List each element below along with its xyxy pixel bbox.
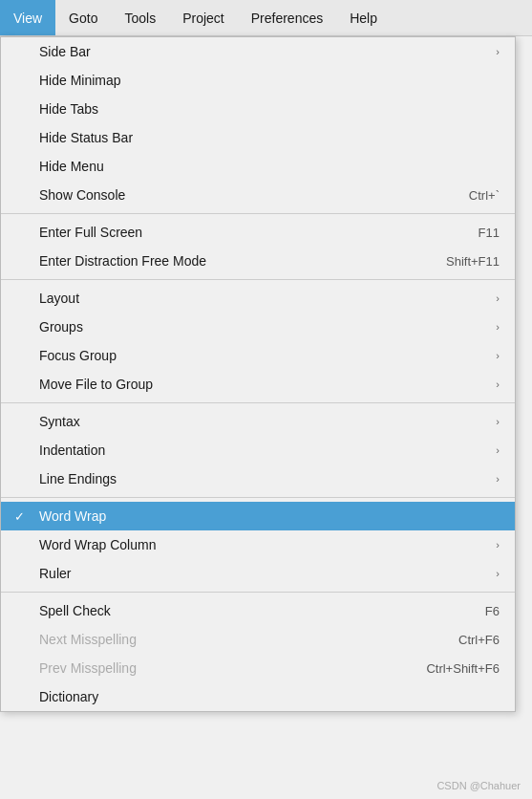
menubar-project-label: Project <box>182 11 224 26</box>
syntax-label: Syntax <box>39 414 488 429</box>
syntax-arrow: › <box>496 416 500 427</box>
ruler-arrow: › <box>496 568 500 579</box>
prev-misspelling-label: Prev Misspelling <box>39 660 388 676</box>
side-bar-arrow: › <box>496 46 500 57</box>
hide-status-bar-label: Hide Status Bar <box>39 130 500 145</box>
menu-item-enter-full-screen[interactable]: Enter Full Screen F11 <box>1 218 515 247</box>
menu-item-hide-minimap[interactable]: Hide Minimap <box>1 66 515 95</box>
separator-4 <box>1 497 515 498</box>
menu-item-hide-menu[interactable]: Hide Menu <box>1 152 515 181</box>
menubar-tools[interactable]: Tools <box>111 0 169 35</box>
line-endings-label: Line Endings <box>39 471 488 486</box>
hide-minimap-label: Hide Minimap <box>39 73 500 88</box>
line-endings-arrow: › <box>496 473 500 485</box>
groups-label: Groups <box>39 319 488 335</box>
menubar-help[interactable]: Help <box>336 0 391 35</box>
menu-item-word-wrap[interactable]: ✓ Word Wrap <box>1 502 515 530</box>
view-menu-dropdown: Side Bar › Hide Minimap Hide Tabs Hide S… <box>0 36 516 712</box>
separator-5 <box>1 592 515 593</box>
separator-3 <box>1 402 515 403</box>
menubar-help-label: Help <box>350 11 377 26</box>
layout-arrow: › <box>496 292 500 304</box>
spell-check-shortcut: F6 <box>485 604 500 618</box>
hide-menu-label: Hide Menu <box>39 159 500 174</box>
dictionary-label: Dictionary <box>39 689 500 704</box>
show-console-shortcut: Ctrl+` <box>469 188 500 203</box>
next-misspelling-shortcut: Ctrl+F6 <box>458 633 500 647</box>
focus-group-arrow: › <box>496 350 500 361</box>
menu-item-spell-check[interactable]: Spell Check F6 <box>1 596 515 625</box>
menu-item-layout[interactable]: Layout › <box>1 284 515 313</box>
word-wrap-column-arrow: › <box>496 539 500 551</box>
menubar-preferences[interactable]: Preferences <box>238 0 336 35</box>
menubar-preferences-label: Preferences <box>251 11 323 26</box>
menubar-project[interactable]: Project <box>169 0 238 35</box>
enter-full-screen-shortcut: F11 <box>479 226 500 240</box>
word-wrap-column-label: Word Wrap Column <box>39 537 488 552</box>
indentation-arrow: › <box>496 444 500 456</box>
menu-item-move-file-to-group[interactable]: Move File to Group › <box>1 370 515 399</box>
watermark: CSDN @Chahuer <box>436 780 521 791</box>
move-file-to-group-arrow: › <box>496 378 500 390</box>
enter-distraction-free-label: Enter Distraction Free Mode <box>39 253 408 269</box>
menu-item-word-wrap-column[interactable]: Word Wrap Column › <box>1 530 515 559</box>
menu-item-side-bar[interactable]: Side Bar › <box>1 37 515 66</box>
menu-item-syntax[interactable]: Syntax › <box>1 407 515 436</box>
side-bar-label: Side Bar <box>39 44 488 59</box>
layout-label: Layout <box>39 291 488 306</box>
ruler-label: Ruler <box>39 566 488 581</box>
menubar-goto-label: Goto <box>69 11 97 26</box>
next-misspelling-label: Next Misspelling <box>39 632 420 647</box>
spell-check-label: Spell Check <box>39 603 447 618</box>
menu-item-hide-tabs[interactable]: Hide Tabs <box>1 95 515 123</box>
menubar-view[interactable]: View <box>0 0 55 35</box>
separator-1 <box>1 213 515 214</box>
menu-item-focus-group[interactable]: Focus Group › <box>1 341 515 370</box>
show-console-label: Show Console <box>39 187 431 203</box>
word-wrap-check: ✓ <box>14 509 25 524</box>
menu-item-hide-status-bar[interactable]: Hide Status Bar <box>1 123 515 152</box>
word-wrap-label: Word Wrap <box>39 508 500 524</box>
menu-item-groups[interactable]: Groups › <box>1 313 515 341</box>
menu-item-prev-misspelling[interactable]: Prev Misspelling Ctrl+Shift+F6 <box>1 654 515 682</box>
menu-item-ruler[interactable]: Ruler › <box>1 559 515 588</box>
hide-tabs-label: Hide Tabs <box>39 101 500 117</box>
menubar-view-label: View <box>13 11 42 26</box>
menu-item-show-console[interactable]: Show Console Ctrl+` <box>1 181 515 209</box>
menubar-goto[interactable]: Goto <box>55 0 111 35</box>
separator-2 <box>1 279 515 280</box>
menubar: View Goto Tools Project Preferences Help <box>0 0 532 36</box>
focus-group-label: Focus Group <box>39 348 488 363</box>
menu-item-line-endings[interactable]: Line Endings › <box>1 464 515 493</box>
menu-item-dictionary[interactable]: Dictionary <box>1 682 515 711</box>
menu-item-next-misspelling[interactable]: Next Misspelling Ctrl+F6 <box>1 625 515 654</box>
menu-item-enter-distraction-free[interactable]: Enter Distraction Free Mode Shift+F11 <box>1 247 515 275</box>
indentation-label: Indentation <box>39 443 488 458</box>
enter-full-screen-label: Enter Full Screen <box>39 225 440 240</box>
enter-distraction-free-shortcut: Shift+F11 <box>446 254 500 269</box>
menubar-tools-label: Tools <box>124 11 156 26</box>
prev-misspelling-shortcut: Ctrl+Shift+F6 <box>426 661 500 676</box>
move-file-to-group-label: Move File to Group <box>39 377 488 392</box>
menu-item-indentation[interactable]: Indentation › <box>1 436 515 464</box>
groups-arrow: › <box>496 321 500 333</box>
